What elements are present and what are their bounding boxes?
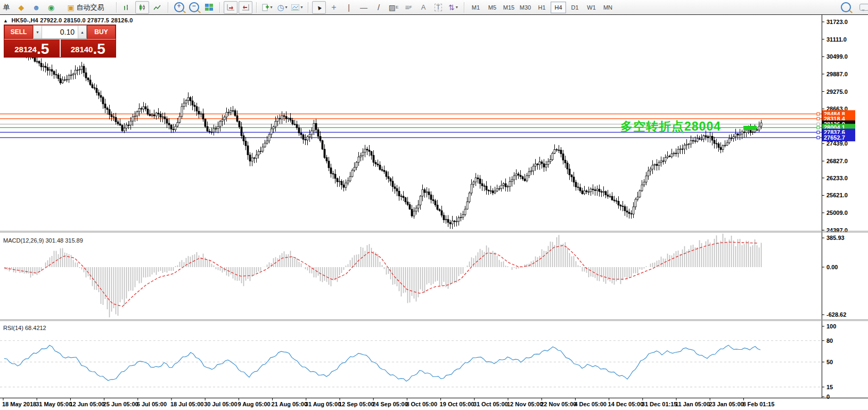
timeframe-button-h4[interactable]: H4 bbox=[551, 2, 566, 13]
timeframe-button-d1[interactable]: D1 bbox=[567, 2, 583, 13]
sell-price-display[interactable]: 28124.5 bbox=[4, 39, 61, 57]
timeframe-button-w1[interactable]: W1 bbox=[584, 2, 599, 13]
new-order-button[interactable]: 单 bbox=[0, 1, 13, 14]
timeframe-button-m30[interactable]: M30 bbox=[518, 2, 533, 13]
svg-text:18 May 2018: 18 May 2018 bbox=[2, 401, 36, 407]
periods-button[interactable]: ◷ ▾ bbox=[275, 1, 289, 14]
chart-area[interactable]: 31723.031111.030499.029887.029275.028663… bbox=[0, 15, 868, 410]
timeframe-button-m5[interactable]: M5 bbox=[485, 2, 500, 13]
autotrading-label: 自动交易 bbox=[77, 3, 104, 12]
crosshair-tool-icon[interactable]: + bbox=[327, 1, 341, 14]
templates-button[interactable]: ▾ bbox=[290, 1, 304, 14]
svg-text:18 Jul 05:00: 18 Jul 05:00 bbox=[170, 401, 203, 407]
svg-text:80: 80 bbox=[826, 337, 833, 344]
timeframe-button-h1[interactable]: H1 bbox=[534, 2, 550, 13]
chat-icon[interactable] bbox=[857, 1, 868, 14]
svg-text:31 May 05:00: 31 May 05:00 bbox=[36, 401, 72, 407]
green-box-annotation bbox=[743, 126, 757, 130]
svg-text:8 Feb 01:15: 8 Feb 01:15 bbox=[742, 401, 774, 407]
svg-text:23 Jan 05:00: 23 Jan 05:00 bbox=[709, 401, 743, 407]
volume-input[interactable]: 0.10 bbox=[42, 26, 78, 38]
svg-text:30499.0: 30499.0 bbox=[826, 53, 848, 60]
symbol-title: HK50-,H4 bbox=[11, 17, 38, 23]
svg-text:26827.0: 26827.0 bbox=[826, 158, 848, 164]
toolbar-group-main: 单 ◆ ☻ ◉ ▣ 自动交易 bbox=[0, 0, 114, 14]
collapse-triangle-icon[interactable]: ▲ bbox=[3, 18, 8, 23]
svg-text:0: 0 bbox=[826, 393, 830, 400]
toolbar-group-zoom: + − bbox=[170, 0, 218, 14]
svg-text:26233.0: 26233.0 bbox=[826, 175, 848, 181]
text-tool-icon[interactable]: A bbox=[416, 1, 430, 14]
svg-text:4 Dec 05:00: 4 Dec 05:00 bbox=[574, 401, 607, 407]
vertical-line-tool-icon[interactable]: | bbox=[342, 1, 356, 14]
svg-text:9 Aug 05:00: 9 Aug 05:00 bbox=[238, 401, 270, 407]
search-icon[interactable] bbox=[839, 1, 853, 14]
autotrading-button[interactable]: ▣ 自动交易 bbox=[59, 1, 112, 14]
toolbar-separator bbox=[116, 2, 117, 13]
label-tool-icon[interactable]: T bbox=[431, 1, 445, 14]
svg-text:31 Oct 05:00: 31 Oct 05:00 bbox=[473, 401, 508, 407]
metaeditor-icon[interactable]: ◆ bbox=[14, 1, 28, 14]
svg-text:25 Jun 05:00: 25 Jun 05:00 bbox=[103, 401, 138, 407]
svg-text:29275.0: 29275.0 bbox=[826, 89, 848, 95]
line-chart-icon[interactable] bbox=[150, 1, 164, 14]
svg-text:8 Oct 05:00: 8 Oct 05:00 bbox=[406, 401, 437, 407]
svg-text:19 Oct 05:00: 19 Oct 05:00 bbox=[440, 401, 474, 407]
svg-text:14 Dec 05:00: 14 Dec 05:00 bbox=[608, 401, 644, 407]
auto-scroll-icon[interactable] bbox=[224, 1, 238, 14]
timeframes-group: M1M5M15M30H1H4D1W1MN bbox=[466, 0, 618, 14]
toolbar-group-insert: ▾ ◷ ▾ ▾ bbox=[258, 0, 306, 14]
svg-text:12 Jun 05:00: 12 Jun 05:00 bbox=[69, 401, 104, 407]
timeframe-button-m1[interactable]: M1 bbox=[468, 2, 484, 13]
svg-text:31111.0: 31111.0 bbox=[826, 36, 847, 43]
mt4-window: 单 ◆ ☻ ◉ ▣ 自动交易 + − bbox=[0, 0, 868, 410]
signals-icon[interactable]: ◉ bbox=[44, 1, 58, 14]
autotrading-icon: ▣ bbox=[67, 4, 74, 11]
svg-text:0.00: 0.00 bbox=[826, 264, 838, 270]
svg-text:21 Aug 05:00: 21 Aug 05:00 bbox=[272, 401, 307, 407]
tile-windows-icon[interactable] bbox=[202, 1, 216, 14]
ohlc-values: 27922.0 28150.0 27877.5 28126.0 bbox=[40, 17, 133, 23]
chart-annotation-text: 多空转折点28004 bbox=[550, 118, 721, 135]
sell-button[interactable]: SELL bbox=[4, 25, 33, 39]
cursor-tool-icon[interactable]: ▲ bbox=[312, 1, 326, 14]
timeframe-button-mn[interactable]: MN bbox=[600, 2, 616, 13]
rsi-label: RSI(14) 68.4212 bbox=[3, 325, 46, 331]
toolbar-group-charttype bbox=[118, 0, 166, 14]
zoom-in-icon[interactable]: + bbox=[172, 1, 186, 14]
indicators-button[interactable]: ▾ bbox=[260, 1, 274, 14]
toolbar-separator bbox=[256, 2, 257, 13]
svg-text:12 Sep 05:00: 12 Sep 05:00 bbox=[339, 401, 374, 407]
one-click-trading-panel: SELL ▼ 0.10 ▲ BUY 28124.5 28140.5 bbox=[4, 25, 116, 58]
community-icon[interactable]: ☻ bbox=[29, 1, 43, 14]
chart-ohlc-header: ▲ HK50-,H4 27922.0 28150.0 27877.5 28126… bbox=[3, 17, 133, 23]
svg-text:31723.0: 31723.0 bbox=[826, 19, 848, 25]
svg-text:31 Dec 01:15: 31 Dec 01:15 bbox=[642, 401, 677, 407]
toolbar-separator bbox=[308, 2, 308, 13]
chart-shift-icon[interactable] bbox=[239, 1, 252, 14]
toolbar-separator bbox=[464, 2, 464, 13]
toolbar-separator bbox=[168, 2, 168, 13]
bar-chart-icon[interactable] bbox=[120, 1, 134, 14]
zoom-out-icon[interactable]: − bbox=[187, 1, 201, 14]
channel-tool-icon[interactable]: ▨E bbox=[387, 1, 400, 14]
svg-text:22 Nov 05:00: 22 Nov 05:00 bbox=[541, 401, 576, 407]
horizontal-line-tool-icon[interactable]: — bbox=[357, 1, 371, 14]
svg-text:30 Jul 05:00: 30 Jul 05:00 bbox=[204, 401, 237, 407]
svg-text:-628.62: -628.62 bbox=[826, 311, 846, 318]
volume-decrease-button[interactable]: ▼ bbox=[34, 26, 42, 38]
svg-text:31 Aug 05:00: 31 Aug 05:00 bbox=[305, 401, 341, 407]
timeframe-button-m15[interactable]: M15 bbox=[501, 2, 517, 13]
candlestick-chart-icon[interactable] bbox=[135, 1, 149, 14]
svg-text:24 Sep 05:00: 24 Sep 05:00 bbox=[372, 401, 408, 407]
trendline-tool-icon[interactable]: / bbox=[372, 1, 386, 14]
volume-increase-button[interactable]: ▲ bbox=[78, 26, 86, 38]
fibonacci-tool-icon[interactable]: ≡F bbox=[402, 1, 415, 14]
svg-text:27439.0: 27439.0 bbox=[826, 140, 848, 147]
buy-button[interactable]: BUY bbox=[87, 25, 116, 39]
svg-text:11 Jan 05:00: 11 Jan 05:00 bbox=[675, 401, 710, 407]
svg-text:15: 15 bbox=[826, 384, 833, 390]
svg-text:29887.0: 29887.0 bbox=[826, 71, 848, 77]
buy-price-display[interactable]: 28140.5 bbox=[61, 39, 116, 57]
arrows-tool-icon[interactable]: ⇅▾ bbox=[446, 1, 460, 14]
